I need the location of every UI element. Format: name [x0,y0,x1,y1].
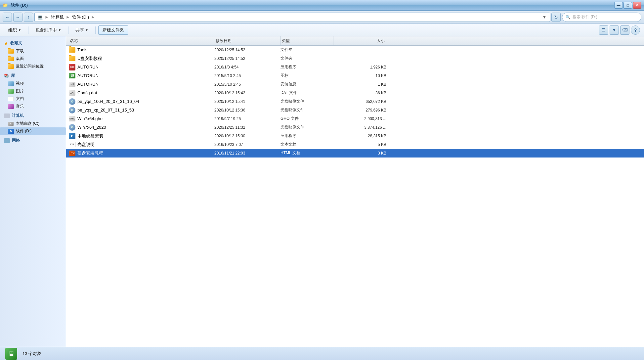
search-icon: 🔍 [566,15,571,20]
search-box[interactable]: 🔍 搜索 软件 (D:) [562,13,641,22]
pane-button[interactable]: ⌫ [620,25,629,35]
table-row[interactable]: 🖼 AUTORUN 2015/5/10 2:45 图标 10 KB [66,71,644,80]
file-icon-cell: DAT [69,90,75,96]
title-bar: 📁 软件 (D:) — □ ✕ [0,0,644,11]
sidebar-item-doc[interactable]: 文档 [0,95,66,103]
downloads-label: 下载 [16,48,24,54]
column-headers: 名称 修改日期 类型 大小 [66,36,644,46]
video-icon [8,81,14,86]
table-row[interactable]: Tools 2020/12/25 14:52 文件夹 [66,46,644,54]
path-dropdown-button[interactable]: ▼ [542,15,547,20]
path-sep-1: ► [45,15,49,20]
col-header-date[interactable]: 修改日期 [214,36,280,45]
sidebar-item-drive-c[interactable]: C 本地磁盘 (C:) [0,120,66,127]
gho-icon: GHO [69,116,75,121]
help-button[interactable]: ? [631,25,640,35]
include-library-dropdown-icon: ▼ [58,28,61,32]
file-name-cell: INF AUTORUN [69,82,214,87]
close-button[interactable]: ✕ [633,2,641,9]
address-path[interactable]: 💻 ► 计算机 ► 软件 (D:) ► ▼ [34,13,550,22]
file-name: Win7x64.gho [77,116,103,121]
file-name: Tools [77,47,87,52]
sidebar-item-downloads[interactable]: 下载 [0,47,66,55]
network-icon [4,138,10,143]
file-name-cell: GHO Win7x64.gho [69,116,214,121]
share-button[interactable]: 共享 ▼ [71,25,93,35]
file-name: 硬盘安装教程 [77,150,103,156]
file-icon-cell [69,47,75,53]
file-name-cell: TXT 光盘说明 [69,142,214,148]
file-date: 2016/11/21 22:03 [214,151,280,156]
desktop-folder-icon [8,57,14,61]
table-row[interactable]: 💿 Win7x64_2020 2020/12/25 11:32 光盘映像文件 3… [66,123,644,132]
col-header-name[interactable]: 名称 [69,36,214,45]
col-header-size[interactable]: 大小 [333,36,386,45]
table-row[interactable]: INF AUTORUN 2015/5/10 2:45 安装信息 1 KB [66,80,644,89]
new-folder-button[interactable]: 新建文件夹 [98,25,128,35]
table-row[interactable]: EXE AUTORUN 2016/1/8 4:54 应用程序 1,926 KB [66,63,644,71]
file-icon-cell: EXE [69,65,75,70]
path-computer-label: 计算机 [51,14,64,20]
sidebar-item-music[interactable]: 音乐 [0,103,66,110]
sidebar-header-computer[interactable]: 计算机 [0,112,66,120]
refresh-button[interactable]: ↻ [551,13,561,22]
file-type: 安装信息 [280,81,333,87]
file-size: 279,696 KB [333,108,386,112]
txt-icon: TXT [69,142,75,147]
desktop-label: 桌面 [16,56,24,62]
table-row[interactable]: 💿 pe_yqs_1064_20_07_31_16_04 2020/10/12 … [66,97,644,106]
html-icon: HTM [69,151,75,156]
file-type: 图标 [280,73,333,78]
file-type: 光盘映像文件 [280,124,333,130]
sidebar-header-network[interactable]: 网络 [0,136,66,145]
recent-label: 最近访问的位置 [16,64,44,69]
image-file-icon: 🖼 [69,73,75,78]
toolbar: 组织 ▼ 包含到库中 ▼ 共享 ▼ 新建文件夹 ☰ ▼ ⌫ ? [0,24,644,36]
window-controls: — □ ✕ [614,2,641,9]
new-folder-label: 新建文件夹 [103,27,124,32]
table-row[interactable]: U盘安装教程 2020/12/25 14:52 文件夹 [66,54,644,63]
file-name: 光盘说明 [77,142,95,148]
minimize-button[interactable]: — [614,2,623,9]
up-button[interactable]: ↑ [24,13,33,22]
sidebar-item-drive-d[interactable]: D 软件 (D:) [0,127,66,135]
table-row[interactable]: 💿 pe_yqs_xp_20_07_31_15_53 2020/10/12 15… [66,106,644,114]
folder-icon [69,56,75,61]
sidebar: ★ 收藏夹 下载 桌面 最近访问的位置 📚 库 [0,36,66,347]
sidebar-item-recent[interactable]: 最近访问的位置 [0,63,66,70]
back-button[interactable]: ← [3,13,12,22]
forward-button[interactable]: → [13,13,22,22]
sidebar-item-image[interactable]: 图片 [0,87,66,95]
file-date: 2020/10/12 15:41 [214,99,280,104]
iso-icon: 💿 [69,124,75,131]
network-label: 网络 [12,138,20,143]
file-date: 2020/12/25 14:52 [214,48,280,52]
table-row[interactable]: HTM 硬盘安装教程 2016/11/21 22:03 HTML 文档 3 KB [66,149,644,158]
table-row[interactable]: DAT Config.dat 2020/10/12 15:42 DAT 文件 3… [66,89,644,97]
view-button[interactable]: ☰ [599,25,608,35]
toolbar-separator-3 [95,26,96,34]
col-header-type[interactable]: 类型 [280,36,333,45]
include-library-button[interactable]: 包含到库中 ▼ [31,25,65,35]
sidebar-item-video[interactable]: 视频 [0,80,66,87]
table-row[interactable]: GHO Win7x64.gho 2019/9/7 19:25 GHO 文件 2,… [66,114,644,123]
file-icon-cell: 💿 [69,125,75,130]
sidebar-header-library[interactable]: 📚 库 [0,71,66,80]
table-row[interactable]: ▶ 本地硬盘安装 2020/10/12 15:30 应用程序 28,315 KB [66,132,644,140]
file-icon-cell: ▶ [69,133,75,139]
view-dropdown-button[interactable]: ▼ [610,25,619,35]
drive-d-icon: D [8,129,14,134]
file-type: 光盘映像文件 [280,107,333,113]
path-drive-label: 软件 (D:) [72,14,89,20]
sidebar-item-desktop[interactable]: 桌面 [0,55,66,63]
file-name-cell: U盘安装教程 [69,56,214,62]
path-sep-2: ► [66,15,70,20]
file-name-cell: EXE AUTORUN [69,65,214,70]
sidebar-header-favorites[interactable]: ★ 收藏夹 [0,39,66,47]
table-row[interactable]: TXT 光盘说明 2016/10/23 7:07 文本文档 5 KB [66,140,644,149]
file-name-cell: 💿 pe_yqs_1064_20_07_31_16_04 [69,99,214,104]
window-icon: 📁 [3,3,8,8]
file-list: Tools 2020/12/25 14:52 文件夹 U盘安装教程 2020/1… [66,46,644,347]
organize-button[interactable]: 组织 ▼ [4,25,25,35]
maximize-button[interactable]: □ [623,2,632,9]
